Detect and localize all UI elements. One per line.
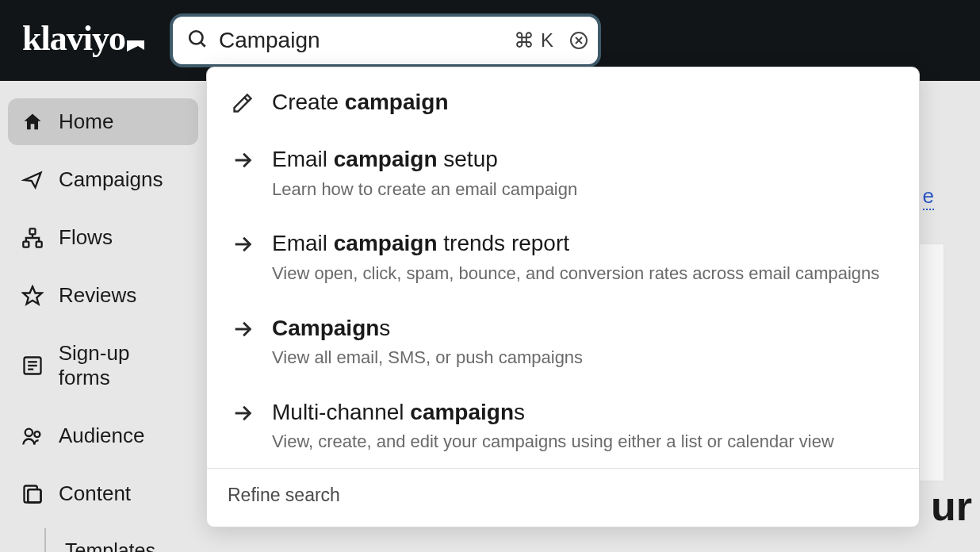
svg-marker-8 xyxy=(23,286,41,304)
sidebar-subnav: Templates xyxy=(44,528,198,552)
arrow-right-icon xyxy=(231,232,255,256)
shortcut-key: K xyxy=(541,29,553,52)
result-title: Create campaign xyxy=(272,88,895,117)
sidebar-item-campaigns[interactable]: Campaigns xyxy=(8,156,198,203)
arrow-right-icon xyxy=(231,148,255,172)
sidebar-item-reviews[interactable]: Reviews xyxy=(8,272,198,319)
svg-line-1 xyxy=(201,42,205,46)
svg-point-13 xyxy=(25,428,33,435)
sidebar-item-content[interactable]: Content xyxy=(8,470,198,517)
sidebar-item-home[interactable]: Home xyxy=(8,98,198,145)
result-desc: View, create, and edit your campaigns us… xyxy=(272,430,895,454)
sidebar-item-label: Campaigns xyxy=(59,167,163,192)
svg-point-14 xyxy=(34,431,40,437)
result-title: Email campaign setup xyxy=(272,145,895,174)
arrow-right-icon xyxy=(231,401,255,425)
svg-rect-5 xyxy=(30,228,36,234)
refine-search-section[interactable]: Refine search xyxy=(207,468,919,527)
sidebar-item-flows[interactable]: Flows xyxy=(8,214,198,261)
clear-search-button[interactable] xyxy=(569,31,588,50)
arrow-right-icon xyxy=(231,317,255,341)
svg-rect-6 xyxy=(23,241,29,247)
sidebar-item-label: Audience xyxy=(59,424,144,448)
background-link-fragment: e xyxy=(923,184,934,210)
global-search: ⌘ K xyxy=(170,13,601,67)
home-icon xyxy=(21,110,44,134)
sidebar-item-label: Content xyxy=(59,481,131,506)
background-headline-fragment: ur xyxy=(931,482,972,530)
form-icon xyxy=(21,354,44,378)
sidebar-subitem-templates[interactable]: Templates xyxy=(65,533,198,552)
result-multi-channel-campaigns[interactable]: Multi-channel campaigns View, create, an… xyxy=(207,384,919,468)
brand-logo: klaviyo xyxy=(22,18,144,63)
content-icon xyxy=(21,482,44,506)
result-email-campaign-setup[interactable]: Email campaign setup Learn how to create… xyxy=(207,131,919,215)
result-campaigns[interactable]: Campaigns View all email, SMS, or push c… xyxy=(207,300,919,384)
shortcut-cmd: ⌘ xyxy=(514,29,534,53)
result-desc: Learn how to create an email campaign xyxy=(272,178,895,201)
svg-point-0 xyxy=(189,31,202,44)
star-icon xyxy=(21,284,44,308)
sidebar-item-label: Home xyxy=(59,109,113,134)
sidebar-item-label: Reviews xyxy=(59,283,136,308)
sidebar-item-signup-forms[interactable]: Sign-up forms xyxy=(8,330,198,401)
search-input[interactable] xyxy=(219,28,503,53)
search-icon xyxy=(187,29,208,52)
sidebar-item-label: Sign-up forms xyxy=(59,341,186,390)
pencil-icon xyxy=(231,91,255,115)
sidebar-item-label: Flows xyxy=(59,225,113,250)
result-desc: View all email, SMS, or push campaigns xyxy=(272,346,895,370)
svg-rect-7 xyxy=(36,241,42,247)
result-create-campaign[interactable]: Create campaign xyxy=(207,67,919,131)
send-icon xyxy=(21,168,44,192)
search-shortcut: ⌘ K xyxy=(514,29,553,53)
sidebar-item-audience[interactable]: Audience xyxy=(8,412,198,459)
result-desc: View open, click, spam, bounce, and conv… xyxy=(272,262,895,286)
svg-rect-16 xyxy=(28,489,40,502)
result-title: Email campaign trends report xyxy=(272,229,895,258)
result-title: Multi-channel campaigns xyxy=(272,398,895,427)
flows-icon xyxy=(21,226,44,250)
people-icon xyxy=(21,424,44,448)
sidebar: Home Campaigns Flows Reviews Sign-up for… xyxy=(0,81,206,552)
result-email-campaign-trends[interactable]: Email campaign trends report View open, … xyxy=(207,215,919,299)
search-box[interactable]: ⌘ K xyxy=(170,13,601,67)
search-results-dropdown: Create campaign Email campaign setup Lea… xyxy=(206,67,920,527)
brand-name: klaviyo xyxy=(22,18,125,59)
brand-flag-icon xyxy=(127,23,144,63)
result-title: Campaigns xyxy=(272,314,895,343)
